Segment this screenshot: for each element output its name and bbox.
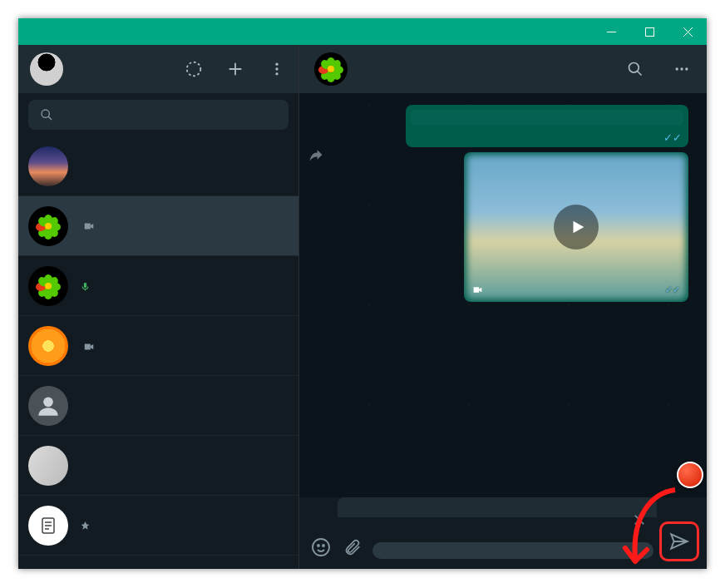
sidebar [18,45,299,569]
play-icon[interactable] [554,205,599,250]
svg-rect-6 [84,283,86,289]
chat-list[interactable] [18,136,298,569]
status-icon[interactable] [184,59,204,79]
video-time-meta: ✓✓ [662,284,680,295]
chat-item-lumpics-test[interactable] [18,196,298,256]
link-preview-card [411,110,683,126]
avatar [28,146,68,186]
chat-menu-icon[interactable] [672,59,692,79]
svg-rect-0 [645,27,653,36]
forward-icon[interactable] [308,146,324,163]
read-ticks-icon: ✓✓ [665,284,680,295]
svg-point-14 [318,545,319,546]
message-meta: ✓✓ [660,131,682,144]
contact-avatar[interactable] [314,52,348,86]
avatar [28,446,68,486]
avatar [28,506,68,546]
svg-point-7 [43,397,53,407]
my-avatar[interactable] [30,52,63,86]
svg-point-15 [323,545,324,546]
chat-item-lumpics-test-4[interactable] [18,316,298,376]
video-icon [472,284,483,295]
app-window: ✓✓ ✓✓ [18,18,707,569]
conversation-panel: ✓✓ ✓✓ [299,45,707,569]
avatar [28,266,68,306]
search-wrap [18,93,298,136]
send-button[interactable] [662,524,697,559]
chat-preview [80,161,83,173]
svg-point-12 [685,67,688,70]
chat-item-my-notes[interactable] [18,496,298,556]
message-input[interactable] [372,542,653,559]
svg-point-5 [42,110,49,117]
avatar [28,386,68,426]
svg-point-13 [313,539,329,556]
new-chat-icon[interactable] [225,59,245,79]
maximize-button[interactable] [630,18,668,45]
svg-point-2 [275,63,278,66]
svg-point-1 [187,62,201,77]
pin-icon [80,521,91,531]
search-input[interactable] [68,108,277,121]
search-box[interactable] [28,100,289,130]
chat-item-lumpics-test-2[interactable] [18,256,298,316]
close-button[interactable] [668,18,707,45]
close-preview-icon[interactable] [630,511,649,529]
chat-item-test-group[interactable] [18,136,298,196]
message-link-bubble[interactable]: ✓✓ [406,105,688,147]
video-icon [83,341,95,353]
search-in-chat-icon[interactable] [625,59,645,79]
avatar [28,206,68,246]
chat-item-lumpics-test-3[interactable] [18,376,298,436]
svg-point-10 [676,67,678,70]
menu-icon[interactable] [267,59,287,79]
avatar [28,326,68,366]
conversation-header [299,45,707,93]
video-icon [83,220,95,232]
attach-icon[interactable] [341,536,364,559]
svg-point-9 [629,63,639,73]
compose-area [299,497,707,569]
svg-point-11 [680,67,683,70]
svg-point-4 [275,72,278,75]
messages-area[interactable]: ✓✓ ✓✓ [299,93,707,497]
video-duration [472,284,486,295]
titlebar [18,18,707,45]
chat-item-test-group-ru[interactable] [18,436,298,496]
search-icon [40,108,53,121]
svg-point-3 [275,67,278,70]
link-preview-compose [338,497,657,517]
read-ticks-icon: ✓✓ [663,131,682,144]
mic-icon [80,281,91,292]
emoji-icon[interactable] [309,536,333,559]
minimize-button[interactable] [592,18,630,45]
sidebar-header [18,45,298,93]
message-video-bubble[interactable]: ✓✓ [464,152,688,302]
